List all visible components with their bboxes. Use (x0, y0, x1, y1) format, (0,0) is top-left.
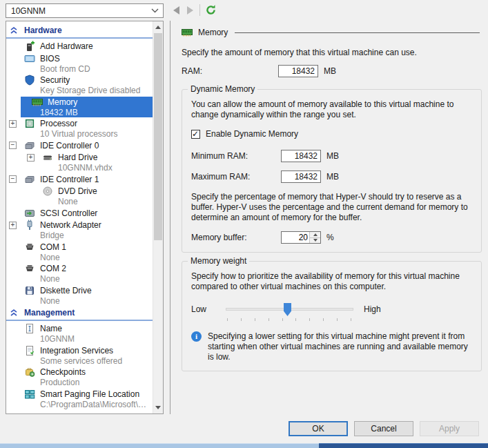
memory-buffer-unit: % (326, 233, 334, 242)
sidebar-item-label: BIOS (40, 54, 60, 64)
smart-paging-icon (24, 389, 35, 400)
sidebar-item-label: Memory (48, 97, 77, 107)
sidebar-item-com-2[interactable]: COM 2None (6, 263, 153, 284)
com-icon (24, 263, 35, 274)
settings-tree: Hardware Add HardwareBIOSBoot from CDSec… (6, 21, 153, 413)
collapse-chevrons-icon (10, 26, 18, 35)
network-icon (24, 220, 35, 231)
sidebar-item-dvd-drive[interactable]: DVD DriveNone (6, 186, 153, 206)
sidebar-item-sublabel: Bridge (6, 231, 153, 240)
back-button[interactable] (173, 6, 179, 14)
sidebar-item-smart-paging-file-location[interactable]: Smart Paging File LocationC:\ProgramData… (6, 389, 153, 409)
scroll-down-button[interactable] (153, 402, 163, 413)
hard-drive-icon (42, 152, 53, 163)
sidebar-scrollbar[interactable] (153, 21, 163, 413)
sidebar-item-name[interactable]: Name10GNNM (6, 323, 153, 344)
memory-buffer-spinner[interactable] (281, 231, 321, 244)
memory-buffer-label: Memory buffer: (191, 233, 281, 242)
expand-icon[interactable]: + (9, 120, 17, 128)
slider-tick (227, 318, 228, 321)
spin-down-button[interactable] (310, 237, 320, 244)
sidebar-item-bios[interactable]: BIOSBoot from CD (6, 53, 153, 74)
name-icon (24, 323, 35, 334)
vm-selector-dropdown[interactable]: 10GNNM (6, 3, 164, 18)
toolbar-separator (199, 4, 200, 16)
apply-button: Apply (420, 421, 479, 436)
sidebar-item-ide-controller-1[interactable]: −IDE Controller 1 (6, 174, 153, 185)
sidebar-item-scsi-controller[interactable]: SCSI Controller (6, 208, 153, 219)
sidebar-item-sublabel: None (6, 253, 153, 262)
sidebar-item-sublabel: None (6, 296, 153, 306)
sidebar-item-sublabel: 10GNNM.vhdx (6, 163, 153, 173)
expand-icon[interactable]: + (27, 154, 35, 162)
expand-icon[interactable]: + (9, 222, 17, 229)
slider-thumb[interactable] (284, 303, 291, 316)
ok-button[interactable]: OK (289, 421, 348, 436)
sidebar-item-com-1[interactable]: COM 1None (6, 242, 153, 262)
sidebar-item-checkpoints[interactable]: CheckpointsProduction (6, 367, 153, 387)
memory-buffer-input[interactable] (282, 232, 309, 243)
sidebar-item-network-adapter[interactable]: +Network AdapterBridge (6, 220, 153, 240)
sidebar-item-memory[interactable]: Memory18432 MB (21, 97, 153, 117)
hardware-section-header[interactable]: Hardware (6, 24, 153, 36)
sidebar-item-label: Smart Paging File Location (40, 389, 139, 399)
memory-icon (182, 27, 193, 38)
collapse-chevrons-icon (10, 309, 18, 317)
forward-button[interactable] (187, 6, 193, 14)
sidebar-item-hard-drive[interactable]: +Hard Drive10GNNM.vhdx (6, 152, 153, 173)
slider-tick (241, 318, 242, 321)
sidebar-item-label: IDE Controller 1 (40, 175, 99, 184)
hardware-section-label: Hardware (24, 26, 62, 35)
sidebar-item-add-hardware[interactable]: Add Hardware (6, 41, 153, 52)
ide-icon (24, 174, 35, 185)
dynamic-memory-title: Dynamic Memory (188, 84, 257, 94)
slider-ticks (227, 318, 351, 321)
sidebar-item-sublabel: Production (6, 378, 153, 387)
checkpoints-icon (24, 367, 35, 378)
sidebar-item-diskette-drive[interactable]: Diskette DriveNone (6, 285, 153, 306)
hardware-item-list: Add HardwareBIOSBoot from CDSecurityKey … (6, 41, 153, 306)
cancel-button[interactable]: Cancel (354, 421, 413, 436)
dynamic-memory-desc: You can allow the amount of memory avail… (191, 99, 481, 120)
management-item-list: Name10GNNMIntegration ServicesSome servi… (6, 323, 153, 409)
minimum-ram-input[interactable] (281, 150, 321, 162)
management-section-header[interactable]: Management (6, 306, 153, 318)
scroll-up-button[interactable] (153, 22, 163, 32)
collapse-icon[interactable]: − (9, 142, 17, 149)
sidebar-item-sublabel: C:\ProgramData\Microsoft\Win... (6, 400, 153, 409)
memory-weight-slider[interactable] (226, 302, 353, 316)
ram-unit: MB (324, 66, 336, 76)
refresh-button[interactable] (205, 4, 217, 16)
spin-up-button[interactable] (310, 232, 320, 237)
sidebar-item-sublabel: None (6, 274, 153, 284)
sidebar-item-security[interactable]: SecurityKey Storage Drive disabled (6, 75, 153, 95)
processor-icon (24, 118, 35, 129)
sidebar-item-ide-controller-0[interactable]: −IDE Controller 0 (6, 140, 153, 151)
slider-tick (337, 318, 338, 321)
background-window-edge-dark (319, 443, 488, 448)
memory-buffer-desc: Specify the percentage of memory that Hy… (191, 192, 481, 223)
sidebar-item-integration-services[interactable]: Integration ServicesSome services offere… (6, 345, 153, 366)
sidebar-item-label: Network Adapter (40, 220, 101, 230)
diskette-icon (24, 285, 35, 296)
memory-intro-text: Specify the amount of memory that this v… (182, 48, 481, 58)
sidebar-item-label: COM 2 (40, 264, 66, 273)
sidebar-item-sublabel: Key Storage Drive disabled (6, 86, 153, 95)
memory-settings-panel: Memory Specify the amount of memory that… (170, 21, 488, 414)
dvd-icon (42, 186, 53, 197)
enable-dynamic-memory-checkbox[interactable] (191, 130, 200, 139)
sidebar-item-processor[interactable]: +Processor10 Virtual processors (6, 118, 153, 139)
sidebar-item-label: SCSI Controller (40, 208, 97, 218)
collapse-icon[interactable]: − (9, 175, 17, 183)
slider-tick (282, 318, 283, 321)
security-icon (24, 75, 35, 86)
info-icon: i (191, 331, 202, 342)
scrollbar-thumb[interactable] (154, 33, 162, 240)
sidebar-item-label: Name (40, 324, 62, 333)
maximum-ram-input[interactable] (281, 171, 321, 183)
memory-icon (32, 97, 43, 108)
slider-tick (309, 318, 310, 321)
sidebar-item-sublabel: 10 Virtual processors (6, 129, 153, 139)
slider-tick (351, 318, 351, 321)
ram-input[interactable] (278, 65, 318, 77)
